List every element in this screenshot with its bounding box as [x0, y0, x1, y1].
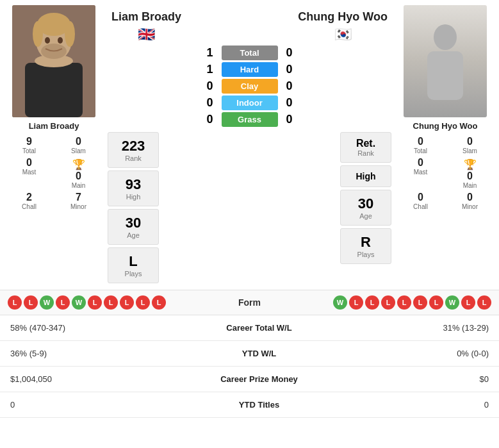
right-slam-cell: 0 Slam [448, 136, 491, 154]
right-high-num: High [348, 171, 383, 181]
left-chall-label: Chall [22, 203, 37, 210]
left-plays-box: L Plays [108, 247, 159, 283]
right-age-lbl: Age [348, 212, 383, 220]
left-main-label: Main [72, 182, 86, 189]
right-main-label: Main [463, 182, 477, 189]
stat-right-val: 0 [361, 392, 499, 418]
svg-point-10 [434, 24, 457, 50]
clay-surface-label: Clay [222, 79, 278, 94]
stat-center-label: Career Total W/L [158, 315, 361, 341]
right-plays-num: R [348, 234, 383, 251]
score-surface-area: 1 Total 0 1 Hard 0 0 Clay 0 0 [105, 46, 394, 127]
left-age-box: 30 Age [108, 209, 159, 245]
right-rank-box: Ret. Rank [340, 132, 391, 163]
stats-row: 0 YTD Titles 0 [0, 392, 499, 418]
form-badge-left: L [120, 295, 134, 310]
stat-left-val: 0 [0, 392, 158, 418]
indoor-score-row: 0 Indoor 0 [111, 95, 388, 110]
form-label: Form [238, 297, 261, 308]
stat-center-label: YTD Titles [158, 392, 361, 418]
total-label: Total [222, 46, 278, 60]
left-rank-num: 223 [116, 138, 151, 154]
total-score-left: 1 [199, 46, 222, 60]
svg-point-9 [41, 44, 67, 59]
right-form-badges: WLLLLLLWLL [333, 295, 491, 310]
left-trophy-row: 🏆 [72, 158, 85, 170]
left-slam-cell: 0 Slam [57, 136, 100, 154]
left-minor-label: Minor [70, 203, 86, 210]
right-mast-cell: 0 Mast [399, 157, 442, 189]
left-name-block: Liam Broady 🇬🇧 [111, 10, 181, 43]
grass-surface-label: Grass [222, 112, 278, 127]
clay-score-right: 0 [278, 79, 301, 93]
left-total-label: Total [22, 147, 36, 154]
right-total-label: Total [414, 147, 427, 154]
left-mast-cell: 0 Mast [8, 157, 51, 189]
left-plays-lbl: Plays [116, 270, 151, 278]
form-badge-left: L [24, 295, 38, 310]
right-player-name: Chung Hyo Woo [413, 121, 478, 131]
left-flag: 🇬🇧 [138, 26, 155, 43]
left-chall-value: 2 [26, 192, 32, 203]
right-chall-label: Chall [413, 203, 428, 210]
right-player-photo [404, 5, 487, 117]
right-total-cell: 0 Total [399, 136, 442, 154]
indoor-score-right: 0 [278, 96, 301, 110]
form-badge-right: L [397, 295, 411, 310]
left-age-lbl: Age [116, 231, 151, 239]
right-age-box: 30 Age [340, 190, 391, 226]
svg-point-6 [65, 21, 75, 47]
form-section: LLWLWLLLLL Form WLLLLLLWLL [0, 290, 499, 315]
clay-score-left: 0 [199, 79, 222, 93]
left-minor-cell: 7 Minor [57, 192, 100, 210]
form-badge-right: W [333, 295, 347, 310]
form-badge-right: L [349, 295, 363, 310]
form-badge-right: L [429, 295, 443, 310]
right-minor-label: Minor [462, 203, 478, 210]
hard-score-row: 1 Hard 0 [111, 62, 388, 77]
hard-score-right: 0 [278, 63, 301, 76]
right-main-value: 0 [467, 170, 473, 182]
right-plays-box: R Plays [340, 228, 391, 264]
left-slam-value: 0 [76, 136, 81, 147]
right-rank-num: Ret. [348, 138, 383, 149]
right-minor-cell: 0 Minor [448, 192, 491, 210]
names-row: Liam Broady 🇬🇧 Chung Hyo Woo 🇰🇷 [105, 10, 394, 43]
right-chall-cell: 0 Chall [399, 192, 442, 210]
right-minor-value: 0 [467, 192, 473, 203]
left-rank-box: 223 Rank [108, 132, 159, 168]
form-badge-right: L [381, 295, 395, 310]
top-area: Liam Broady 9 Total 0 Slam 0 Mast 🏆 [0, 0, 499, 283]
left-player-column: Liam Broady 9 Total 0 Slam 0 Mast 🏆 [3, 5, 105, 283]
form-badge-right: W [445, 295, 459, 310]
form-badge-left: L [88, 295, 102, 310]
right-player-column: Chung Hyo Woo 0 Total 0 Slam 0 Mast 🏆 [394, 5, 496, 283]
left-total-value: 9 [26, 136, 32, 147]
svg-rect-11 [427, 51, 463, 100]
right-plays-lbl: Plays [348, 251, 383, 258]
main-container: Liam Broady 9 Total 0 Slam 0 Mast 🏆 [0, 0, 499, 418]
stat-right-val: $0 [361, 367, 499, 392]
right-trophy-row: 🏆 [464, 158, 477, 170]
right-flag: 🇰🇷 [334, 26, 352, 43]
left-high-box: 93 High [108, 170, 159, 206]
right-player-stats: 0 Total 0 Slam 0 Mast 🏆 0 [394, 136, 496, 210]
right-age-num: 30 [348, 195, 383, 212]
left-slam-label: Slam [71, 147, 86, 154]
left-player-name: Liam Broady [29, 121, 79, 131]
left-chall-cell: 2 Chall [8, 192, 51, 210]
stats-row: 58% (470-347) Career Total W/L 31% (13-2… [0, 315, 499, 341]
form-badge-right: L [365, 295, 379, 310]
stat-center-label: YTD W/L [158, 341, 361, 367]
right-chall-value: 0 [418, 192, 423, 203]
right-trophy-icon: 🏆 [464, 158, 477, 170]
stat-center-label: Career Prize Money [158, 367, 361, 392]
form-badge-left: W [40, 295, 54, 310]
clay-score-row: 0 Clay 0 [111, 79, 388, 94]
stat-left-val: $1,004,050 [0, 367, 158, 392]
left-minor-value: 7 [76, 192, 81, 203]
form-badge-right: L [477, 295, 491, 310]
left-plays-num: L [116, 253, 151, 270]
form-badge-right: L [413, 295, 427, 310]
left-trophy-icon: 🏆 [72, 158, 85, 170]
